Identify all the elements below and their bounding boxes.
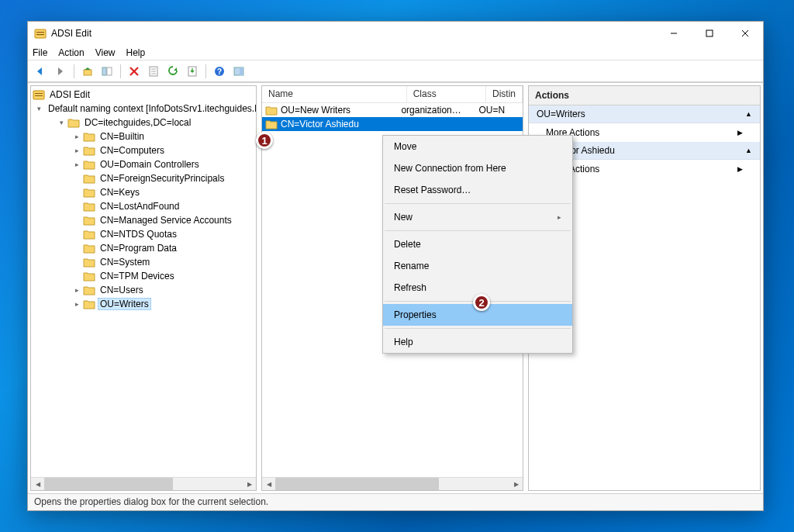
status-bar: Opens the properties dialog box for the … bbox=[28, 493, 763, 510]
tree-item[interactable]: CN=TPM Devices bbox=[31, 269, 256, 283]
tree-scrollbar[interactable]: ◀ ▶ bbox=[31, 477, 256, 490]
window-title: ADSI Edit bbox=[51, 28, 91, 39]
folder-icon bbox=[83, 285, 95, 295]
svg-rect-0 bbox=[35, 29, 46, 38]
tree-item-label: CN=Keys bbox=[98, 186, 142, 199]
svg-rect-21 bbox=[33, 91, 44, 99]
up-button[interactable] bbox=[79, 63, 96, 80]
tree-item-label: CN=Managed Service Accounts bbox=[98, 214, 234, 226]
tree-item[interactable]: ▸CN=Builtin bbox=[31, 130, 256, 143]
action-pane-button[interactable] bbox=[230, 63, 247, 80]
maximize-button[interactable] bbox=[692, 22, 727, 45]
menu-label: Rename bbox=[394, 261, 429, 271]
minimize-button[interactable] bbox=[656, 22, 692, 45]
menu-rename[interactable]: Rename bbox=[383, 255, 572, 277]
collapse-icon[interactable]: ▾ bbox=[57, 119, 65, 126]
list-scrollbar[interactable]: ◀ ▶ bbox=[262, 477, 523, 490]
toolbar-separator bbox=[74, 64, 74, 78]
svg-rect-7 bbox=[84, 70, 91, 75]
tree-item[interactable]: CN=NTDS Quotas bbox=[31, 227, 256, 241]
folder-icon bbox=[83, 216, 95, 226]
folder-icon bbox=[265, 105, 278, 116]
svg-rect-9 bbox=[107, 67, 112, 75]
scroll-left-icon[interactable]: ◀ bbox=[262, 478, 275, 490]
tree-dc[interactable]: ▾ DC=itechguides,DC=local bbox=[31, 116, 256, 130]
back-button[interactable] bbox=[33, 63, 50, 80]
refresh-button[interactable] bbox=[164, 63, 181, 80]
titlebar: ADSI Edit bbox=[28, 22, 763, 45]
app-icon bbox=[33, 88, 45, 101]
tree-root[interactable]: ADSI Edit bbox=[31, 88, 256, 102]
svg-rect-23 bbox=[35, 95, 43, 96]
folder-icon bbox=[83, 132, 95, 142]
list-row[interactable]: OU=New Writers organization… OU=N bbox=[262, 103, 523, 117]
tree-item[interactable]: ▸CN=Computers bbox=[31, 143, 256, 157]
folder-icon bbox=[83, 244, 95, 254]
menu-action[interactable]: Action bbox=[58, 47, 84, 58]
tree-pane: ADSI Edit ▾ Default naming context [Info… bbox=[30, 85, 257, 491]
export-button[interactable] bbox=[184, 63, 201, 80]
menu-help[interactable]: Help bbox=[383, 331, 572, 353]
expand-icon[interactable]: ▸ bbox=[73, 300, 81, 308]
forward-button[interactable] bbox=[52, 63, 69, 80]
list-header: Name Class Distin bbox=[262, 86, 523, 103]
tree-item-label: CN=System bbox=[98, 256, 152, 268]
menu-move[interactable]: Move bbox=[383, 136, 572, 157]
delete-button[interactable] bbox=[126, 63, 143, 80]
show-hide-tree-button[interactable] bbox=[98, 63, 116, 80]
tree-item[interactable]: CN=LostAndFound bbox=[31, 199, 256, 213]
cell-name: CN=Victor Ashiedu bbox=[281, 119, 359, 130]
tree-item[interactable]: CN=System bbox=[31, 255, 256, 269]
toolbar-separator bbox=[120, 64, 121, 78]
expand-icon[interactable]: ▸ bbox=[73, 286, 81, 294]
tree-item[interactable]: ▸CN=Users bbox=[31, 283, 256, 297]
annotation-badge-1: 1 bbox=[256, 132, 273, 149]
scroll-left-icon[interactable]: ◀ bbox=[31, 478, 44, 490]
tree-item[interactable]: CN=ForeignSecurityPrincipals bbox=[31, 171, 256, 185]
tree-item[interactable]: CN=Managed Service Accounts bbox=[31, 213, 256, 227]
folder-icon bbox=[83, 202, 95, 212]
tree-item[interactable]: CN=Keys bbox=[31, 185, 256, 199]
expand-icon[interactable]: ▸ bbox=[73, 147, 81, 154]
close-button[interactable] bbox=[727, 22, 763, 45]
menu-delete[interactable]: Delete bbox=[383, 233, 572, 255]
tree-item-label: CN=Computers bbox=[98, 144, 167, 157]
tree-item-label: CN=NTDS Quotas bbox=[98, 228, 179, 240]
scroll-right-icon[interactable]: ▶ bbox=[243, 478, 256, 490]
collapse-icon[interactable]: ▾ bbox=[37, 105, 41, 112]
expand-icon[interactable]: ▸ bbox=[73, 133, 81, 140]
col-dn[interactable]: Distin bbox=[486, 86, 523, 102]
window-controls bbox=[656, 22, 763, 45]
menu-help[interactable]: Help bbox=[126, 47, 146, 58]
cell-name: OU=New Writers bbox=[281, 105, 350, 116]
svg-rect-4 bbox=[706, 30, 713, 36]
submenu-icon: ▶ bbox=[737, 165, 743, 173]
tree-item[interactable]: CN=Program Data bbox=[31, 241, 256, 255]
status-text: Opens the properties dialog box for the … bbox=[34, 496, 268, 507]
folder-icon bbox=[83, 160, 95, 170]
menu-file[interactable]: File bbox=[33, 47, 47, 58]
submenu-icon: ▶ bbox=[737, 129, 743, 136]
menu-view[interactable]: View bbox=[95, 47, 116, 58]
menu-reset-password[interactable]: Reset Password… bbox=[383, 179, 572, 201]
list-row-selected[interactable]: CN=Victor Ashiedu bbox=[262, 117, 523, 131]
tree-item[interactable]: ▸OU=Domain Controllers bbox=[31, 157, 256, 171]
menu-label: Reset Password… bbox=[394, 185, 471, 195]
actions-section-writers[interactable]: OU=Writers ▲ bbox=[529, 105, 760, 123]
scroll-right-icon[interactable]: ▶ bbox=[509, 478, 523, 490]
tree-naming-context[interactable]: ▾ Default naming context [InfoDotsSrv1.i… bbox=[31, 102, 256, 116]
tree-view[interactable]: ADSI Edit ▾ Default naming context [Info… bbox=[31, 86, 256, 477]
col-name[interactable]: Name bbox=[262, 86, 407, 102]
folder-icon bbox=[83, 299, 95, 309]
expand-icon[interactable]: ▸ bbox=[73, 161, 81, 168]
col-class[interactable]: Class bbox=[407, 86, 486, 102]
menu-label: Help bbox=[394, 337, 413, 347]
menu-label: New bbox=[394, 212, 413, 223]
menu-new[interactable]: New▸ bbox=[383, 206, 572, 228]
folder-icon bbox=[67, 118, 80, 128]
help-button[interactable]: ? bbox=[211, 63, 228, 80]
menu-label: Delete bbox=[394, 239, 421, 250]
tree-item[interactable]: ▸OU=Writers bbox=[31, 297, 256, 311]
properties-button[interactable] bbox=[145, 63, 162, 80]
menu-new-connection[interactable]: New Connection from Here bbox=[383, 157, 572, 179]
